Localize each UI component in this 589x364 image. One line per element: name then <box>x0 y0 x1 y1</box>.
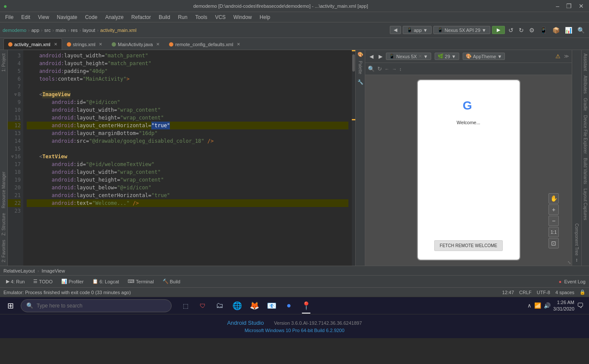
tab-close-remote[interactable]: ✕ <box>237 42 240 47</box>
preview-forward-btn[interactable]: ▶ <box>377 53 384 60</box>
logcat-tool-btn[interactable]: 📋 6: Logcat <box>90 278 122 285</box>
taskbar-app-studio[interactable]: 🛡 <box>194 297 211 314</box>
sidebar-item-attributes[interactable]: Attributes <box>582 74 589 95</box>
taskbar-clock[interactable]: 1:26 AM 3/31/2020 <box>553 299 574 312</box>
expand-icon[interactable]: ≫ <box>564 53 569 59</box>
build-tool-btn[interactable]: 🔨 Build <box>160 278 183 285</box>
taskbar-app-explorer[interactable]: 🗂 <box>211 297 229 314</box>
zoom-in-btn[interactable]: + <box>548 204 559 215</box>
menu-window[interactable]: Window <box>230 13 255 21</box>
breadcrumb-src[interactable]: src <box>44 28 51 33</box>
todo-tool-btn[interactable]: ☰ TODO <box>31 278 55 285</box>
search-input[interactable] <box>37 303 166 309</box>
sync-btn[interactable]: ↺ <box>507 26 515 35</box>
arrow-right-icon[interactable]: → <box>392 66 397 72</box>
navigate-back-btn[interactable]: ◀ <box>390 26 401 34</box>
terminal-tool-btn[interactable]: ⌨ Terminal <box>125 278 157 285</box>
breadcrumb-main[interactable]: main <box>56 28 66 33</box>
zoom-fit-btn[interactable]: ⊡ <box>548 238 559 248</box>
menu-tools[interactable]: Tools <box>192 13 211 21</box>
zoom-out-btn[interactable]: − <box>548 216 559 226</box>
menu-code[interactable]: Code <box>81 13 101 21</box>
refresh-btn[interactable]: ↻ <box>517 26 526 35</box>
menu-vcs[interactable]: VCS <box>212 13 229 21</box>
preview-device-selector[interactable]: 📱 Nexus 5X ✕ ▼ <box>386 53 431 60</box>
search-everywhere-btn[interactable]: 🔍 <box>576 26 586 35</box>
palette-tool-icon[interactable]: 🔧 <box>357 79 363 85</box>
menu-view[interactable]: View <box>34 13 53 21</box>
menu-help[interactable]: Help <box>256 13 274 21</box>
code-editor[interactable]: android:layout_width="match_parent" andr… <box>23 50 352 266</box>
magnify-icon[interactable]: 🔍 <box>368 66 375 72</box>
scroll-thumb[interactable] <box>352 54 355 72</box>
sidebar-item-gradle[interactable]: Gradle <box>582 96 589 113</box>
menu-file[interactable]: File <box>2 13 17 21</box>
sdk-btn[interactable]: 📦 <box>551 26 561 35</box>
menu-navigate[interactable]: Navigate <box>53 13 81 21</box>
maximize-button[interactable]: ❐ <box>564 3 573 9</box>
network-icon[interactable]: 📶 <box>534 302 541 309</box>
run-button[interactable]: ▶ <box>492 26 505 34</box>
sidebar-item-layout-captures[interactable]: Layout Captures <box>582 187 589 222</box>
menu-edit[interactable]: Edit <box>18 13 34 21</box>
settings-btn[interactable]: ⚙ <box>527 26 536 35</box>
menu-run[interactable]: Run <box>175 13 191 21</box>
taskbar-search[interactable]: 🔍 <box>21 299 172 312</box>
device-selector[interactable]: 📱 app ▼ <box>403 26 432 34</box>
zoom-hand-btn[interactable]: ✋ <box>548 193 559 204</box>
editor-scrollbar[interactable] <box>352 50 355 266</box>
tab-close-activity-main[interactable]: ✕ <box>54 42 57 47</box>
tab-remote-config[interactable]: remote_config_defaults.xml ✕ <box>164 38 245 50</box>
breadcrumb-project[interactable]: demodemo <box>3 28 26 33</box>
breadcrumb-layout[interactable]: layout <box>83 28 95 33</box>
taskbar-app-maps[interactable]: 📍 <box>298 297 315 314</box>
chevron-up-icon[interactable]: ∧ <box>527 302 532 309</box>
breadcrumb-file[interactable]: activity_main.xml <box>100 28 137 33</box>
taskbar-app-edge[interactable]: 🌐 <box>229 297 246 314</box>
notification-icon[interactable]: 🗨 <box>577 302 584 310</box>
breadcrumb-relative-layout[interactable]: RelativeLayout <box>3 268 35 273</box>
taskbar-app-mail[interactable]: 📧 <box>263 297 280 314</box>
avd-btn[interactable]: 📱 <box>538 26 549 35</box>
close-button[interactable]: ✕ <box>577 3 586 9</box>
palette-icon[interactable]: 🎨 <box>357 52 363 57</box>
resize-handle[interactable]: ⤡ <box>567 260 571 265</box>
menu-build[interactable]: Build <box>155 13 174 21</box>
minimize-button[interactable]: – <box>554 3 561 9</box>
preview-api-selector[interactable]: 🌿 29 ▼ <box>435 53 459 60</box>
run-tool-btn[interactable]: ▶ 4: Run <box>3 278 27 285</box>
preview-theme-selector[interactable]: 🎨 AppTheme ▼ <box>463 53 505 60</box>
tab-mainactivity[interactable]: MainActivity.java ✕ <box>107 38 164 50</box>
sidebar-item-favorites[interactable]: 2: Favorites <box>0 238 7 264</box>
tab-activity-main[interactable]: activity_main.xml ✕ <box>3 38 62 50</box>
preview-back-btn[interactable]: ◀ <box>368 53 375 60</box>
start-button[interactable]: ⊞ <box>2 297 19 314</box>
rotate-icon[interactable]: ↻ <box>377 66 382 72</box>
breadcrumb-imageview[interactable]: ImageView <box>41 268 65 273</box>
tab-strings[interactable]: strings.xml ✕ <box>62 38 107 50</box>
tab-close-mainactivity[interactable]: ✕ <box>156 42 160 47</box>
profiler-tool-btn[interactable]: 📊 Profiler <box>59 278 86 285</box>
event-log-btn[interactable]: Event Log <box>564 279 586 284</box>
taskbar-app-taskview[interactable]: ⬚ <box>177 297 194 314</box>
menu-refactor[interactable]: Refactor <box>128 13 154 21</box>
profile-btn[interactable]: 📊 <box>563 26 574 35</box>
component-tree-icon[interactable]: ↕ <box>576 257 578 262</box>
arrow-left-icon[interactable]: ← <box>385 66 389 72</box>
menu-analyze[interactable]: Analyze <box>102 13 127 21</box>
sidebar-item-assistant[interactable]: Assistant <box>582 52 589 73</box>
sidebar-item-resource-manager[interactable]: Resource Manager <box>0 170 7 210</box>
taskbar-app-firefox[interactable]: 🦊 <box>246 297 263 314</box>
palette-label[interactable]: Palette <box>357 59 363 76</box>
sidebar-item-build-variants[interactable]: Build Variants <box>582 156 589 186</box>
sidebar-item-structure[interactable]: Z: Structure <box>0 211 7 237</box>
breadcrumb-app[interactable]: app <box>31 28 39 33</box>
arrow-up-icon[interactable]: ↕ <box>399 66 402 72</box>
taskbar-app-chrome[interactable]: ● <box>280 297 298 314</box>
sidebar-item-device-file[interactable]: Device File Explorer <box>582 113 589 155</box>
breadcrumb-res[interactable]: res <box>71 28 78 33</box>
phone-fetch-button[interactable]: FETCH REMOTE WELCOME <box>434 240 503 251</box>
tab-close-strings[interactable]: ✕ <box>99 42 102 47</box>
sidebar-item-project[interactable]: 1: Project <box>0 52 7 73</box>
emulator-selector[interactable]: 📱 Nexus 5X API 29 ▼ <box>433 26 490 34</box>
